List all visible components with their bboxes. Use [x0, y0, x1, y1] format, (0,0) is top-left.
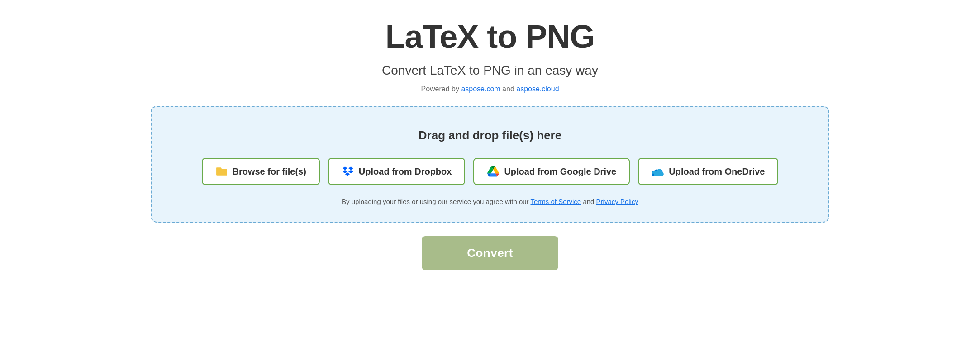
terms-link[interactable]: Terms of Service	[531, 198, 581, 205]
onedrive-button-label: Upload from OneDrive	[669, 166, 765, 177]
upload-buttons-group: Browse for file(s) Upload from Dropbox	[202, 158, 779, 185]
powered-by-middle: and	[502, 85, 516, 93]
page-title: LaTeX to PNG	[385, 18, 595, 55]
terms-prefix: By uploading your files or using our ser…	[342, 198, 530, 205]
powered-by-prefix: Powered by	[421, 85, 461, 93]
dropbox-button-label: Upload from Dropbox	[359, 166, 452, 177]
aspose-com-link[interactable]: aspose.com	[461, 85, 500, 93]
onedrive-icon	[652, 165, 664, 178]
gdrive-icon	[487, 165, 500, 178]
terms-middle: and	[583, 198, 596, 205]
privacy-link[interactable]: Privacy Policy	[596, 198, 638, 205]
gdrive-button-label: Upload from Google Drive	[504, 166, 616, 177]
gdrive-button[interactable]: Upload from Google Drive	[473, 158, 630, 185]
dropbox-button[interactable]: Upload from Dropbox	[328, 158, 466, 185]
drag-drop-label: Drag and drop file(s) here	[419, 128, 561, 142]
folder-icon	[215, 165, 228, 178]
onedrive-button[interactable]: Upload from OneDrive	[638, 158, 778, 185]
browse-button-label: Browse for file(s)	[233, 166, 306, 177]
dropbox-icon	[342, 165, 354, 178]
drop-zone[interactable]: Drag and drop file(s) here Browse for fi…	[151, 106, 829, 223]
terms-text: By uploading your files or using our ser…	[342, 198, 638, 205]
convert-button[interactable]: Convert	[422, 236, 558, 270]
browse-button[interactable]: Browse for file(s)	[202, 158, 320, 185]
aspose-cloud-link[interactable]: aspose.cloud	[516, 85, 559, 93]
page-subtitle: Convert LaTeX to PNG in an easy way	[382, 63, 598, 78]
powered-by: Powered by aspose.com and aspose.cloud	[421, 85, 559, 93]
